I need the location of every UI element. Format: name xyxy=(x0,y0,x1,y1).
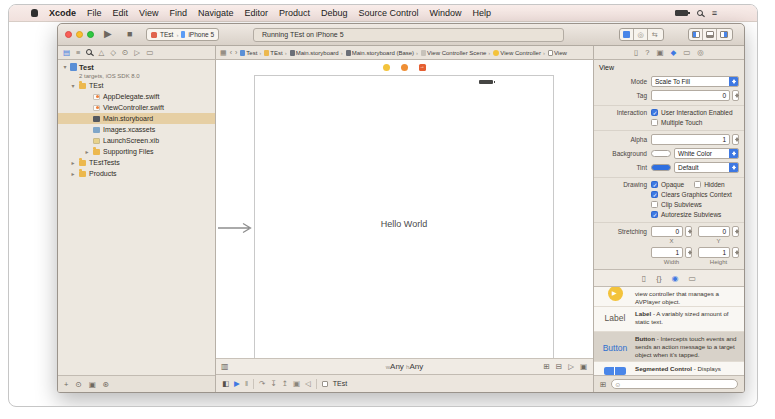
related-items-button[interactable]: ▦ xyxy=(220,49,227,57)
menu-file[interactable]: File xyxy=(87,8,102,18)
size-class-control[interactable]: wAny hAny xyxy=(216,362,593,371)
alpha-field[interactable]: 1 xyxy=(651,134,730,145)
menu-navigate[interactable]: Navigate xyxy=(198,8,234,18)
library-item-segmented-control[interactable]: Segmented Control - Displays xyxy=(594,362,744,375)
debug-view-hierarchy-button[interactable]: ▣ xyxy=(293,379,300,388)
nav-row-products[interactable]: Products xyxy=(58,168,215,179)
minimize-window-button[interactable] xyxy=(76,31,83,38)
stop-button[interactable]: ■ xyxy=(127,29,132,39)
activate-breakpoints-button[interactable]: ▶ xyxy=(234,379,240,388)
disclosure-triangle[interactable] xyxy=(70,82,76,89)
stretching-x-field[interactable]: 0 xyxy=(651,226,683,237)
library-item-button[interactable]: Button Button - Intercepts touch events … xyxy=(594,332,744,362)
add-button[interactable]: + xyxy=(64,380,68,389)
crumb-view[interactable]: View xyxy=(541,50,567,56)
zoom-window-button[interactable] xyxy=(87,31,94,38)
stretching-width-field[interactable]: 1 xyxy=(651,247,683,258)
file-template-library-tab[interactable]: ▯ xyxy=(642,274,646,283)
view-controller-view[interactable]: Hello World xyxy=(254,75,554,358)
toggle-inspector-button[interactable] xyxy=(717,29,731,40)
step-into-button[interactable]: ↧ xyxy=(270,379,276,388)
stretching-y-stepper[interactable] xyxy=(732,226,739,237)
nav-row-testtests[interactable]: TEstTests xyxy=(58,157,215,168)
project-navigator-tab[interactable]: ▤ xyxy=(63,48,70,57)
battery-icon[interactable] xyxy=(675,10,688,16)
stretching-height-field[interactable]: 1 xyxy=(698,247,730,258)
library-item-label[interactable]: Label Label - A variably sized amount of… xyxy=(594,307,744,332)
library-search-field[interactable]: ⊙ xyxy=(611,379,738,389)
menu-window[interactable]: Window xyxy=(430,8,462,18)
autoresize-subviews-checkbox[interactable] xyxy=(651,211,658,218)
nav-row-viewcontroller[interactable]: ViewController.swift xyxy=(58,102,215,113)
pause-button[interactable]: ‖ xyxy=(245,379,248,388)
exit-dock-icon[interactable] xyxy=(419,64,426,71)
nav-row-supporting-files[interactable]: Supporting Files xyxy=(58,146,215,157)
stretching-y-field[interactable]: 0 xyxy=(698,226,730,237)
library-grid-toggle[interactable]: ⊞ xyxy=(600,380,606,389)
nav-row-launchscreen[interactable]: LaunchScreen.xib xyxy=(58,135,215,146)
crumb-storyboard-base[interactable]: Main.storyboard (Base) xyxy=(339,50,414,56)
disclosure-triangle[interactable] xyxy=(70,170,76,177)
nav-row-appdelegate[interactable]: AppDelegate.swift xyxy=(58,91,215,102)
nav-row-images-xcassets[interactable]: Images.xcassets xyxy=(58,124,215,135)
stretching-height-stepper[interactable] xyxy=(732,247,739,258)
storyboard-canvas[interactable]: Hello World xyxy=(216,60,593,358)
library-item-avplayer[interactable]: view controller that manages a AVPlayer … xyxy=(594,287,744,307)
crumb-scene[interactable]: View Controller Scene xyxy=(414,50,486,56)
background-dropdown[interactable]: White Color xyxy=(674,148,739,159)
menu-xcode[interactable]: Xcode xyxy=(49,8,76,18)
quick-help-inspector-tab[interactable]: ? xyxy=(645,48,649,57)
nav-row-main-storyboard[interactable]: Main.storyboard xyxy=(58,113,215,124)
toggle-debug-area-button[interactable] xyxy=(703,29,717,40)
crumb-view-controller[interactable]: View Controller xyxy=(486,50,541,56)
hide-debug-area-button[interactable]: ◧ xyxy=(222,379,229,388)
standard-editor-button[interactable] xyxy=(620,29,634,40)
menu-find[interactable]: Find xyxy=(169,8,187,18)
clip-subviews-checkbox[interactable] xyxy=(651,201,658,208)
crumb-project[interactable]: Test xyxy=(240,50,257,56)
forward-button[interactable]: › xyxy=(235,49,237,56)
breakpoint-navigator-tab[interactable]: ▷ xyxy=(134,48,140,57)
identity-inspector-tab[interactable]: ▣ xyxy=(656,48,663,57)
nav-row-test-group[interactable]: TEst xyxy=(58,80,215,91)
close-window-button[interactable] xyxy=(65,31,72,38)
multiple-touch-checkbox[interactable] xyxy=(651,119,658,126)
disclosure-triangle[interactable] xyxy=(84,148,90,155)
step-over-button[interactable]: ↷ xyxy=(259,379,265,388)
project-row[interactable]: Test 2 targets, iOS SDK 8.0 xyxy=(58,60,215,80)
alpha-stepper[interactable] xyxy=(732,134,739,145)
menu-edit[interactable]: Edit xyxy=(113,8,129,18)
simulate-location-button[interactable]: ◁ xyxy=(305,379,311,388)
disclosure-triangle[interactable] xyxy=(62,63,68,79)
resolve-auto-layout-button[interactable]: ▷ xyxy=(568,362,574,371)
mode-dropdown[interactable]: Scale To Fill xyxy=(651,76,739,87)
connections-inspector-tab[interactable]: ◎ xyxy=(697,48,704,57)
search-navigator-tab[interactable] xyxy=(86,48,92,57)
size-inspector-tab[interactable]: ▭ xyxy=(683,48,690,57)
view-controller-dock-icon[interactable] xyxy=(383,64,390,71)
menu-help[interactable]: Help xyxy=(473,8,492,18)
background-color-swatch[interactable] xyxy=(651,150,671,157)
recent-files-filter-icon[interactable]: ⊙ xyxy=(75,380,81,389)
file-inspector-tab[interactable]: ▯ xyxy=(634,48,638,57)
version-editor-button[interactable]: ⇆ xyxy=(648,29,662,40)
test-navigator-tab[interactable]: ◇ xyxy=(110,48,116,57)
attributes-inspector-tab[interactable]: ◆ xyxy=(670,48,676,57)
code-snippet-library-tab[interactable]: {} xyxy=(656,274,661,283)
filter-field-icon[interactable]: ⊛ xyxy=(103,380,109,389)
disclosure-triangle[interactable] xyxy=(70,159,76,166)
object-library-tab[interactable]: ◉ xyxy=(672,274,679,283)
crumb-storyboard[interactable]: Main.storyboard xyxy=(283,50,339,56)
stretching-width-stepper[interactable] xyxy=(685,247,692,258)
run-button[interactable]: ▶ xyxy=(104,28,112,39)
resizing-behavior-button[interactable]: ▣ xyxy=(580,362,587,371)
tag-field[interactable]: 0 xyxy=(651,90,730,101)
menu-view[interactable]: View xyxy=(139,8,158,18)
align-button[interactable]: ⊞ xyxy=(544,362,550,371)
toggle-navigator-button[interactable] xyxy=(689,29,703,40)
tint-color-swatch[interactable] xyxy=(651,164,671,171)
tint-dropdown[interactable]: Default xyxy=(674,162,739,173)
media-library-tab[interactable]: ▭ xyxy=(689,274,697,283)
crumb-group[interactable]: TEst xyxy=(257,50,282,56)
menu-debug[interactable]: Debug xyxy=(321,8,348,18)
